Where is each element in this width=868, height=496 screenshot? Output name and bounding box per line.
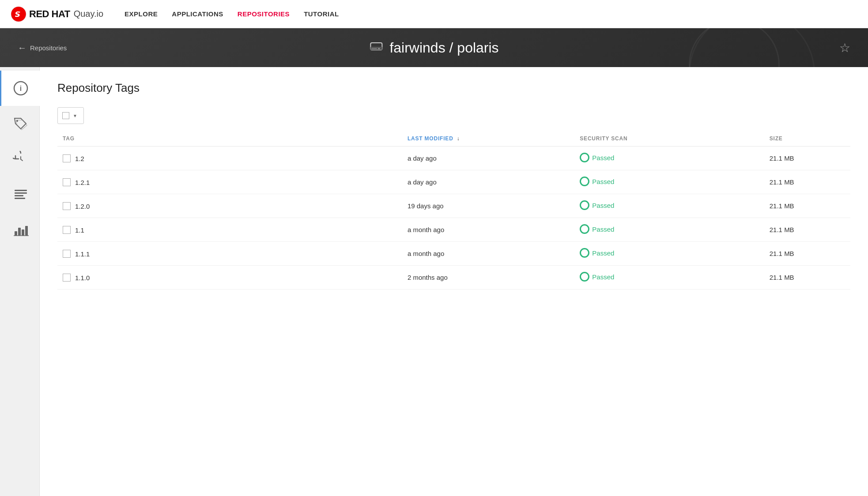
passed-circle-icon	[580, 248, 589, 258]
svg-rect-17	[22, 229, 24, 236]
cell-size: 21.1 MB	[764, 218, 850, 242]
star-button[interactable]: ☆	[839, 41, 850, 55]
cell-size: 21.1 MB	[764, 194, 850, 218]
history-icon	[13, 151, 29, 167]
passed-badge: Passed	[580, 200, 614, 210]
cell-tag: 1.2.1	[57, 170, 402, 194]
redhat-icon	[11, 6, 26, 22]
row-checkbox[interactable]	[63, 226, 71, 234]
passed-text: Passed	[592, 154, 614, 162]
nav-repositories[interactable]: REPOSITORIES	[238, 10, 290, 18]
svg-rect-18	[25, 226, 28, 236]
tag-name: 1.2	[75, 155, 84, 162]
tag-name: 1.1	[75, 226, 84, 234]
table-row: 1.1.1a month agoPassed21.1 MB	[57, 242, 850, 266]
sidebar-item-history[interactable]	[0, 141, 40, 177]
passed-badge: Passed	[580, 224, 614, 234]
svg-point-4	[378, 48, 380, 49]
nav-applications[interactable]: APPLICATIONS	[172, 10, 223, 18]
svg-rect-15	[15, 231, 17, 236]
star-icon: ☆	[839, 41, 850, 55]
row-checkbox[interactable]	[63, 250, 71, 258]
table-row: 1.1a month agoPassed21.1 MB	[57, 218, 850, 242]
logs-icon	[13, 186, 29, 202]
brand-name: RED HAT	[29, 8, 70, 20]
svg-rect-12	[15, 192, 27, 194]
cell-security: Passed	[574, 194, 764, 218]
checkbox-preview	[62, 112, 69, 119]
harddrive-icon	[369, 39, 383, 53]
top-navigation: RED HAT Quay.io EXPLORE APPLICATIONS REP…	[0, 0, 868, 28]
dropdown-arrow-icon: ▼	[73, 113, 77, 118]
passed-circle-icon	[580, 224, 589, 234]
cell-security: Passed	[574, 147, 764, 170]
page-title: Repository Tags	[57, 81, 850, 95]
col-header-security: SECURITY SCAN	[574, 131, 764, 147]
nav-links: EXPLORE APPLICATIONS REPOSITORIES TUTORI…	[125, 10, 339, 18]
cell-tag: 1.1.0	[57, 266, 402, 289]
select-all-dropdown[interactable]: ▼	[57, 107, 84, 124]
table-row: 1.2.019 days agoPassed21.1 MB	[57, 194, 850, 218]
row-checkbox[interactable]	[63, 178, 71, 186]
cell-security: Passed	[574, 170, 764, 194]
svg-text:i: i	[19, 85, 21, 92]
cell-modified: a day ago	[402, 147, 574, 170]
passed-text: Passed	[592, 273, 614, 281]
passed-circle-icon	[580, 200, 589, 210]
cell-tag: 1.2	[57, 147, 402, 170]
passed-circle-icon	[580, 272, 589, 282]
svg-point-8	[16, 120, 18, 122]
passed-badge: Passed	[580, 153, 614, 162]
sidebar-item-logs[interactable]	[0, 177, 40, 212]
svg-rect-16	[18, 228, 21, 236]
sort-icon: ↓	[457, 135, 460, 142]
repo-title-area: fairwinds / polaris	[369, 39, 498, 56]
cell-modified: 2 months ago	[402, 266, 574, 289]
main-layout: i	[0, 67, 868, 496]
passed-text: Passed	[592, 249, 614, 257]
tag-name: 1.1.1	[75, 250, 90, 258]
cell-modified: a month ago	[402, 242, 574, 266]
info-icon: i	[13, 80, 29, 96]
cell-modified: a day ago	[402, 170, 574, 194]
passed-circle-icon	[580, 177, 589, 186]
table-row: 1.1.02 months agoPassed21.1 MB	[57, 266, 850, 289]
back-arrow-icon: ←	[18, 43, 26, 53]
passed-badge: Passed	[580, 177, 614, 186]
modified-label: LAST MODIFIED	[408, 135, 453, 142]
content-area: Repository Tags ▼ TAG LAST MODIFIED ↓ SE…	[40, 67, 868, 496]
sidebar-item-tags[interactable]	[0, 106, 40, 141]
cell-modified: a month ago	[402, 218, 574, 242]
sidebar-item-stats[interactable]	[0, 212, 40, 247]
table-header: TAG LAST MODIFIED ↓ SECURITY SCAN SIZE	[57, 131, 850, 147]
redhat-logo: RED HAT	[11, 6, 70, 22]
svg-line-10	[21, 159, 23, 161]
table-row: 1.2a day agoPassed21.1 MB	[57, 147, 850, 170]
tag-name: 1.2.0	[75, 203, 90, 210]
nav-tutorial[interactable]: TUTORIAL	[304, 10, 339, 18]
sidebar-item-info[interactable]: i	[0, 71, 40, 106]
tag-name: 1.2.1	[75, 179, 90, 186]
row-checkbox[interactable]	[63, 274, 71, 282]
svg-rect-13	[15, 195, 23, 196]
tag-name: 1.1.0	[75, 274, 90, 282]
cell-security: Passed	[574, 218, 764, 242]
logo-area: RED HAT Quay.io	[11, 6, 103, 22]
svg-rect-14	[15, 198, 25, 199]
passed-text: Passed	[592, 202, 614, 209]
row-checkbox[interactable]	[63, 154, 71, 162]
nav-explore[interactable]: EXPLORE	[125, 10, 158, 18]
row-checkbox[interactable]	[63, 202, 71, 210]
repo-banner: ← Repositories fairwinds / polaris ☆	[0, 28, 868, 67]
table-body: 1.2a day agoPassed21.1 MB1.2.1a day agoP…	[57, 147, 850, 289]
stats-icon	[13, 222, 29, 237]
cell-tag: 1.2.0	[57, 194, 402, 218]
col-header-modified[interactable]: LAST MODIFIED ↓	[402, 131, 574, 147]
back-button[interactable]: ← Repositories	[18, 43, 67, 53]
product-name: Quay.io	[74, 9, 103, 19]
table-row: 1.2.1a day agoPassed21.1 MB	[57, 170, 850, 194]
repo-icon	[369, 39, 383, 56]
cell-modified: 19 days ago	[402, 194, 574, 218]
cell-size: 21.1 MB	[764, 242, 850, 266]
passed-badge: Passed	[580, 272, 614, 282]
